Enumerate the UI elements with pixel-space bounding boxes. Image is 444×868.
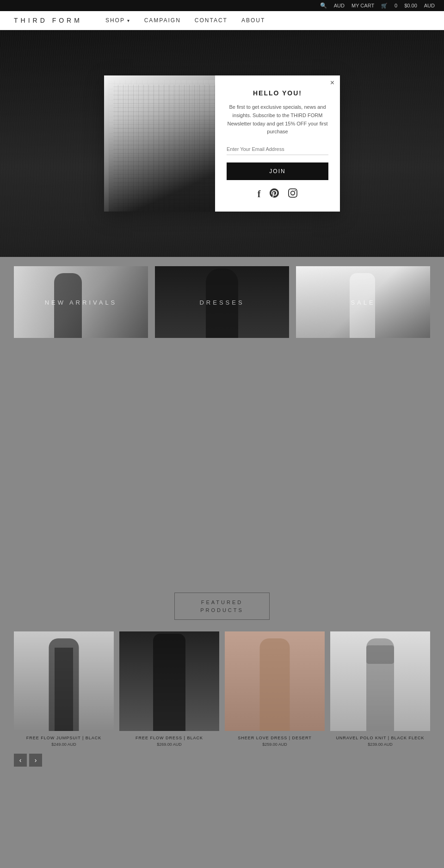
categories-section: NEW ARRIVALS DRESSES SALE [0, 257, 444, 347]
modal-overlay: × HELLO YOU! Be first to get exclusive s… [0, 30, 444, 257]
category-new-arrivals[interactable]: NEW ARRIVALS [14, 266, 148, 338]
category-label-dresses: DRESSES [199, 299, 244, 306]
cart-count: 0 [395, 3, 397, 8]
currency-label: AUD [334, 3, 345, 8]
top-bar: 🔍 AUD MY CART 🛒 0 $0.00 AUD [0, 0, 444, 11]
product-name-3: SHEER LOVE DRESS | DESERT [225, 736, 325, 740]
products-grid: FREE FLOW JUMPSUIT | BLACK $249.00 AUD F… [14, 631, 430, 747]
pinterest-icon[interactable] [270, 188, 279, 200]
category-sale[interactable]: SALE [296, 266, 430, 338]
product-image-2 [119, 631, 219, 731]
product-price-1: $249.00 AUD [14, 742, 114, 747]
email-input[interactable] [227, 144, 328, 155]
carousel-prev-button[interactable]: ‹ [14, 754, 27, 767]
carousel-next-button[interactable]: › [29, 754, 42, 767]
product-image-3 [225, 631, 325, 731]
category-label-arrivals: NEW ARRIVALS [45, 299, 117, 306]
category-label-sale: SALE [351, 299, 375, 306]
social-links: f [258, 188, 298, 200]
product-price-3: $259.00 AUD [225, 742, 325, 747]
featured-title-wrap: FEATURED PRODUCTS [14, 593, 430, 620]
product-price-2: $269.00 AUD [119, 742, 219, 747]
product-card-1[interactable]: FREE FLOW JUMPSUIT | BLACK $249.00 AUD [14, 631, 114, 747]
product-name-4: UNRAVEL POLO KNIT | BLACK FLECK [330, 736, 430, 740]
main-nav: THIRD FORM SHOP CAMPAIGN CONTACT ABOUT [0, 11, 444, 30]
product-name-1: FREE FLOW JUMPSUIT | BLACK [14, 736, 114, 740]
product-card-2[interactable]: FREE FLOW DRESS | BLACK $269.00 AUD [119, 631, 219, 747]
modal-image [104, 75, 215, 211]
product-card-3[interactable]: SHEER LOVE DRESS | DESERT $259.00 AUD [225, 631, 325, 747]
category-dresses[interactable]: DRESSES [155, 266, 289, 338]
hero-section: × HELLO YOU! Be first to get exclusive s… [0, 30, 444, 257]
join-button[interactable]: JOIN [227, 162, 328, 180]
facebook-icon[interactable]: f [258, 189, 261, 200]
modal-content: × HELLO YOU! Be first to get exclusive s… [215, 75, 340, 211]
featured-title-box: FEATURED PRODUCTS [174, 593, 270, 620]
cart-total: $0.00 [404, 3, 417, 8]
carousel-controls: ‹ › [14, 754, 430, 767]
currency-selector[interactable]: AUD [424, 3, 435, 8]
product-image-1 [14, 631, 114, 731]
featured-section: FEATURED PRODUCTS FREE FLOW JUMPSUIT | B… [0, 583, 444, 785]
product-name-2: FREE FLOW DRESS | BLACK [119, 736, 219, 740]
cart-icon[interactable]: 🛒 [381, 3, 388, 9]
empty-space [0, 347, 444, 583]
modal-subtitle: Be first to get exclusive specials, news… [227, 103, 328, 136]
product-price-4: $239.00 AUD [330, 742, 430, 747]
brand-logo[interactable]: THIRD FORM [14, 17, 82, 24]
cart-label[interactable]: MY CART [352, 3, 374, 8]
nav-contact[interactable]: CONTACT [195, 17, 228, 24]
product-image-4 [330, 631, 430, 731]
nav-about[interactable]: ABOUT [241, 17, 265, 24]
newsletter-modal: × HELLO YOU! Be first to get exclusive s… [104, 75, 340, 211]
nav-shop[interactable]: SHOP [105, 17, 130, 24]
search-icon[interactable]: 🔍 [320, 2, 327, 9]
modal-title: HELLO YOU! [253, 89, 302, 97]
featured-title: FEATURED PRODUCTS [200, 599, 244, 614]
product-card-4[interactable]: UNRAVEL POLO KNIT | BLACK FLECK $239.00 … [330, 631, 430, 747]
modal-close-button[interactable]: × [330, 79, 334, 87]
nav-campaign[interactable]: CAMPAIGN [144, 17, 181, 24]
instagram-icon[interactable] [288, 188, 297, 200]
